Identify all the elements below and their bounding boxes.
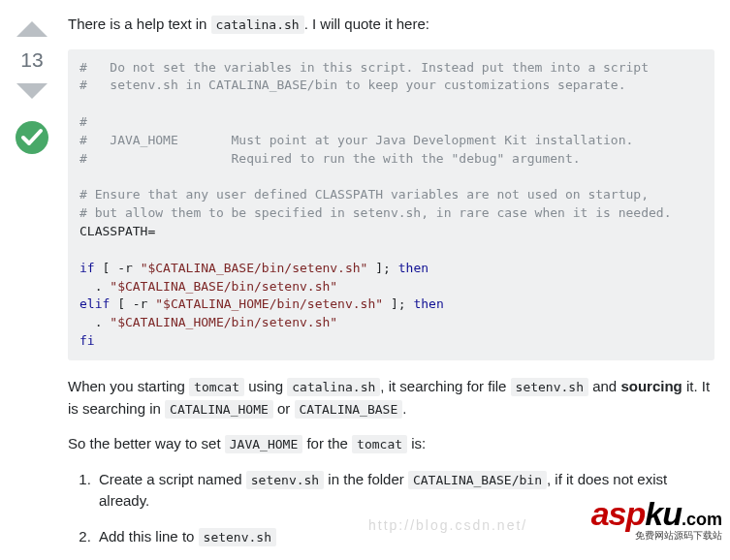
paragraph: So the better way to set JAVA_HOME for t… [68,433,714,455]
inline-code: CATALINA_HOME [165,400,273,419]
text: . I will quote it here: [304,16,429,32]
list-item: Add this line to setenv.sh export JAVA_H… [95,526,714,561]
downvote-button[interactable] [15,74,49,109]
inline-code: CATALINA_BASE/bin [408,471,547,489]
list-item: Create a script named setenv.sh in the f… [95,469,714,513]
answer-post: 13 There is a help text in catalina.sh. … [0,0,730,560]
inline-code: tomcat [352,435,407,453]
upvote-button[interactable] [15,12,49,47]
vote-cell: 13 [10,8,54,560]
inline-code: tomcat [189,378,244,396]
bold-text: sourcing [620,378,682,394]
intro-paragraph: There is a help text in catalina.sh. I w… [68,14,714,36]
text: There is a help text in [68,16,211,32]
accepted-check-icon [15,120,49,155]
inline-code: CATALINA_BASE [295,400,403,419]
code-block-catalina: # Do not set the variables in this scrip… [68,49,714,361]
inline-code: catalina.sh [211,16,304,34]
answer-body: There is a help text in catalina.sh. I w… [54,8,714,560]
inline-code: catalina.sh [287,378,380,396]
steps-list: Create a script named setenv.sh in the f… [68,469,714,561]
inline-code: setenv.sh [246,471,324,489]
vote-score: 13 [20,48,43,72]
inline-code: setenv.sh [511,378,588,396]
inline-code: setenv.sh [199,528,276,546]
paragraph: When you starting tomcat using catalina.… [68,376,714,420]
inline-code: JAVA_HOME [225,435,302,453]
